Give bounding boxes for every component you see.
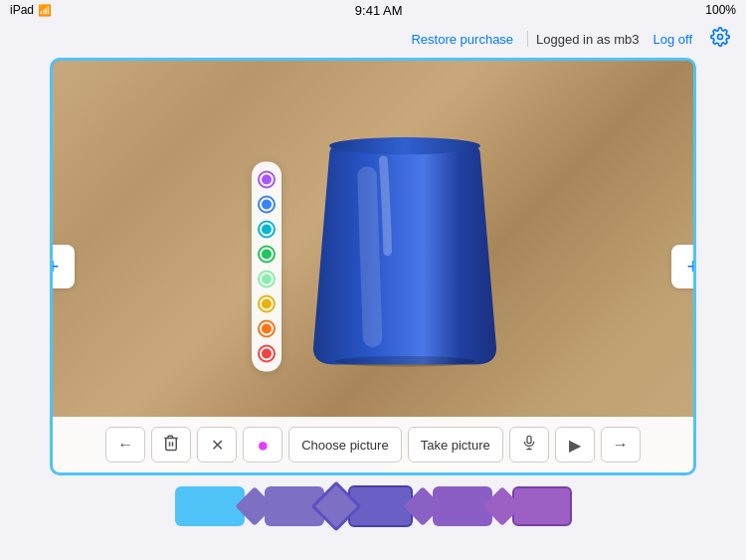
play-button[interactable]: ▶ xyxy=(555,427,595,463)
color-button[interactable]: ● xyxy=(243,427,282,463)
header-bar: Restore purchase Logged in as mb3 Log of… xyxy=(0,20,746,58)
color-picker-dot-2[interactable] xyxy=(257,220,277,240)
log-off-button[interactable]: Log off xyxy=(647,30,698,49)
microphone-button[interactable] xyxy=(509,427,549,463)
settings-button[interactable] xyxy=(706,25,734,54)
left-add-button[interactable]: + xyxy=(50,245,75,288)
delete-button[interactable] xyxy=(151,427,191,463)
take-picture-label: Take picture xyxy=(421,438,490,453)
forward-button[interactable]: → xyxy=(601,427,641,463)
color-picker-dot-6[interactable] xyxy=(257,319,277,339)
take-picture-button[interactable]: Take picture xyxy=(408,427,503,463)
status-battery: 100% xyxy=(705,3,736,17)
editor-container: + + ← ✕ xyxy=(50,58,696,475)
status-bar: iPad 📶 9:41 AM 100% xyxy=(0,0,746,20)
right-plus-icon: + xyxy=(687,254,696,280)
restore-purchase-button[interactable]: Restore purchase xyxy=(405,30,519,49)
forward-icon: → xyxy=(613,436,629,454)
color-picker-dot-4[interactable] xyxy=(257,270,277,289)
cup-image xyxy=(285,122,524,385)
svg-rect-5 xyxy=(527,436,531,443)
color-picker-dot-3[interactable] xyxy=(257,245,277,265)
mic-icon xyxy=(521,434,537,456)
color-picker-dot-1[interactable] xyxy=(257,195,277,215)
trash-icon xyxy=(162,434,180,456)
gear-icon xyxy=(710,27,730,47)
play-icon: ▶ xyxy=(569,436,581,455)
color-picker-dot-0[interactable] xyxy=(257,170,277,190)
editor-wrapper: + + ← ✕ xyxy=(50,58,696,475)
choose-picture-label: Choose picture xyxy=(301,438,388,453)
right-add-button[interactable]: + xyxy=(671,245,696,288)
color-picker-dot-5[interactable] xyxy=(257,294,277,314)
main-area: + + ← ✕ xyxy=(0,58,746,529)
cup-svg xyxy=(285,122,524,381)
close-button[interactable]: ✕ xyxy=(197,427,237,463)
editor-toolbar: ← ✕ ● Choose picture xyxy=(53,417,693,472)
svg-point-0 xyxy=(718,34,723,39)
status-time: 9:41 AM xyxy=(355,3,403,18)
wifi-icon: 📶 xyxy=(38,4,52,17)
slide-1[interactable] xyxy=(175,486,245,526)
back-button[interactable]: ← xyxy=(105,427,145,463)
svg-point-2 xyxy=(335,356,475,367)
status-left: iPad 📶 xyxy=(10,3,52,17)
close-icon: ✕ xyxy=(211,436,224,455)
svg-point-1 xyxy=(329,137,480,154)
logged-in-label: Logged in as mb3 xyxy=(536,32,639,47)
left-plus-icon: + xyxy=(50,254,59,280)
choose-picture-button[interactable]: Choose picture xyxy=(288,427,401,463)
header-divider xyxy=(527,31,528,47)
status-ipad: iPad xyxy=(10,3,34,17)
color-picker-panel xyxy=(252,162,281,372)
slideshow-nav xyxy=(173,483,574,529)
back-icon: ← xyxy=(117,436,133,454)
color-picker-dot-7[interactable] xyxy=(257,344,277,364)
color-circle-icon: ● xyxy=(257,434,269,457)
